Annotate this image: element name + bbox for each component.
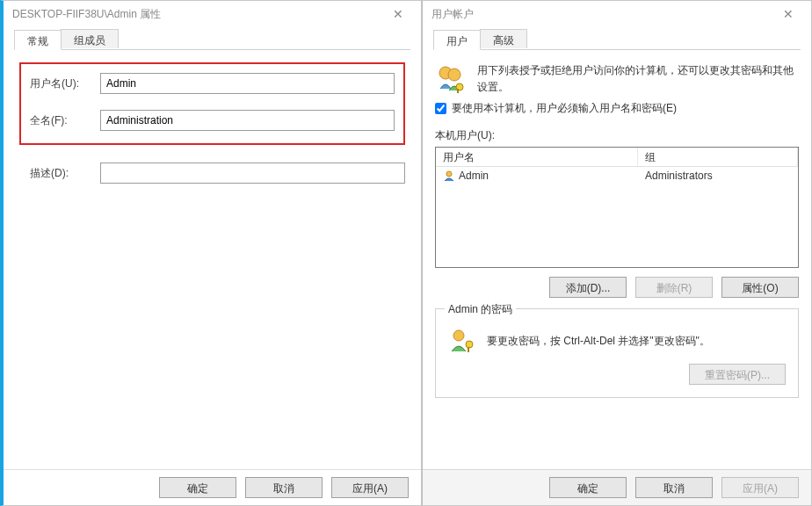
cancel-button[interactable]: 取消 [245,477,323,498]
ok-button[interactable]: 确定 [159,477,236,498]
password-legend: Admin 的密码 [445,302,516,317]
add-user-button[interactable]: 添加(D)... [549,277,627,298]
user-icon [443,170,455,182]
username-label: 用户名(U): [30,76,100,91]
content: 用下列表授予或拒绝用户访问你的计算机，还可以更改其密码和其他设置。 要使用本计算… [423,50,811,469]
tabs: 用户 高级 [433,29,801,50]
username-input[interactable] [100,73,395,94]
apply-button: 应用(A) [721,477,799,498]
user-accounts-dialog: 用户帐户 ✕ 用户 高级 用下列表授予或拒绝用户访问你的计算机，还可以更改其密码… [422,0,812,506]
list-label: 本机用户(U): [423,121,811,147]
user-list[interactable]: 用户名 组 Admin Administrators [435,147,799,268]
ok-button[interactable]: 确定 [549,477,627,498]
close-icon[interactable]: ✕ [771,7,806,21]
window-title: DESKTOP-FIIF38U\Admin 属性 [12,7,381,22]
description-label: 描述(D): [30,166,100,181]
row-username: 用户名(U): [30,73,395,94]
admin-properties-dialog: DESKTOP-FIIF38U\Admin 属性 ✕ 常规 组成员 用户名(U)… [0,0,422,506]
intro-row: 用下列表授予或拒绝用户访问你的计算机，还可以更改其密码和其他设置。 [423,55,811,96]
intro-text: 用下列表授予或拒绝用户访问你的计算机，还可以更改其密码和其他设置。 [477,62,799,96]
titlebar: 用户帐户 ✕ [423,1,811,27]
list-buttons: 添加(D)... 删除(R) 属性(O) [423,268,811,298]
row-description: 描述(D): [19,163,405,184]
svg-rect-3 [457,89,459,93]
fullname-input[interactable] [100,110,395,131]
password-message: 要更改密码，按 Ctrl-Alt-Del 并选择"更改密码"。 [487,334,786,349]
require-login-checkbox[interactable] [435,103,446,114]
require-login-label: 要使用本计算机，用户必须输入用户名和密码(E) [452,101,677,116]
col-group[interactable]: 组 [638,148,798,166]
svg-point-6 [466,341,473,348]
cell-group: Administrators [638,168,798,184]
users-keys-icon [435,62,467,94]
svg-point-4 [446,171,452,177]
svg-point-1 [448,69,460,81]
svg-rect-7 [468,347,469,352]
bottom-buttons: 确定 取消 应用(A) [4,469,421,505]
description-input[interactable] [100,163,405,184]
cancel-button[interactable]: 取消 [635,477,713,498]
require-login-checkbox-row: 要使用本计算机，用户必须输入用户名和密码(E) [423,96,811,121]
password-groupbox: Admin 的密码 要更改密码，按 Ctrl-Alt-Del 并选择"更改密码"… [435,308,799,398]
list-item[interactable]: Admin Administrators [436,167,798,184]
remove-user-button: 删除(R) [635,277,713,298]
tab-members[interactable]: 组成员 [61,29,119,48]
tabs: 常规 组成员 [14,29,410,50]
close-icon[interactable]: ✕ [381,7,416,21]
properties-button[interactable]: 属性(O) [721,277,799,298]
svg-point-5 [453,330,464,341]
highlighted-fields: 用户名(U): 全名(F): [19,62,405,145]
titlebar: DESKTOP-FIIF38U\Admin 属性 ✕ [4,1,421,27]
cell-username: Admin [459,170,489,182]
tab-advanced[interactable]: 高级 [480,29,527,48]
list-header: 用户名 组 [436,148,798,167]
tab-users[interactable]: 用户 [433,30,481,50]
fullname-label: 全名(F): [30,113,100,128]
row-fullname: 全名(F): [30,110,395,131]
tab-general[interactable]: 常规 [14,30,62,50]
user-key-icon [448,327,476,355]
reset-password-button: 重置密码(P)... [689,364,786,385]
window-title: 用户帐户 [431,7,771,22]
apply-button[interactable]: 应用(A) [331,477,409,498]
content: 用户名(U): 全名(F): 描述(D): [4,50,421,469]
col-username[interactable]: 用户名 [436,148,638,166]
bottom-buttons: 确定 取消 应用(A) [423,469,811,505]
